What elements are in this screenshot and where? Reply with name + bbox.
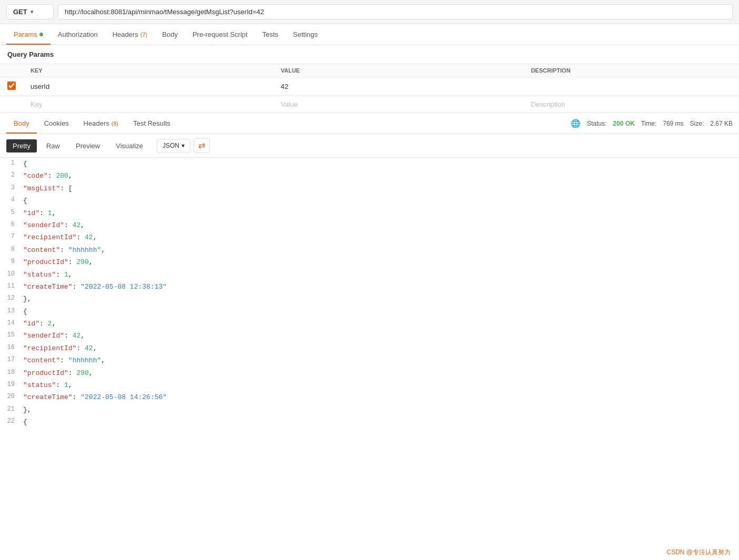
json-punctuation: , [68,271,73,279]
tab-params-label: Params [14,30,37,38]
tab-authorization[interactable]: Authorization [50,24,105,45]
json-punctuation: , [80,332,85,340]
tab-tests[interactable]: Tests [255,24,286,45]
response-tabs-left: Body Cookies Headers (8) Test Results [6,113,178,134]
query-params-section-label: Query Params [0,45,739,64]
line-number: 5 [4,207,23,219]
view-preview-btn[interactable]: Preview [69,139,106,152]
json-punctuation: , [101,246,105,254]
params-table: KEY VALUE DESCRIPTION userId 42 Key Valu… [0,64,739,113]
line-content: "content": "hhhhhh", [23,354,105,366]
json-line: 1{ [0,158,739,170]
param-key-userid[interactable]: userId [23,77,274,96]
json-key: "senderId" [23,332,64,340]
json-punctuation: , [52,320,56,328]
view-visualize-btn[interactable]: Visualize [109,139,149,152]
tab-params[interactable]: Params [6,24,50,45]
json-key: "recipientId" [23,344,76,352]
json-key: "id" [23,209,39,217]
tab-test-results[interactable]: Test Results [126,113,178,134]
json-punctuation: : [56,381,64,389]
json-line: 5 "id": 1, [0,207,739,219]
tab-response-body[interactable]: Body [6,113,37,134]
format-selector[interactable]: JSON ▾ [157,139,190,152]
tab-response-cookies[interactable]: Cookies [37,113,76,134]
status-label: Status: [587,120,606,127]
json-number-value: 42 [73,221,81,229]
param-value-userid[interactable]: 42 [274,77,524,96]
format-label: JSON [163,142,179,149]
line-content: "content": "hhhhhh", [23,244,105,256]
format-chevron: ▾ [181,142,185,149]
view-pretty-btn[interactable]: Pretty [6,139,37,152]
param-checkbox[interactable] [7,82,16,90]
line-content: "productId": 290, [23,367,93,379]
json-key: "content" [23,246,60,254]
tab-prerequest[interactable]: Pre-request Script [185,24,255,45]
json-number-value: 200 [56,172,68,180]
url-input[interactable] [58,4,733,19]
method-selector[interactable]: GET ▾ [6,4,54,19]
json-line: 15 "senderId": 42, [0,330,739,342]
wrap-btn[interactable]: ⇄ [194,138,210,153]
json-key: "createTime" [23,393,73,401]
method-chevron: ▾ [31,9,33,15]
json-key: "content" [23,357,60,364]
line-number: 15 [4,330,23,341]
json-punctuation: : [ [60,185,72,192]
desc-placeholder-text: Description [531,100,565,108]
param-value-placeholder[interactable]: Value [274,96,524,113]
line-content: "msgList": [ [23,182,73,195]
line-content: "status": 1, [23,269,73,281]
line-content: "id": 2, [23,318,56,330]
param-desc-userid[interactable] [523,77,739,96]
line-content: { [23,416,27,428]
json-punctuation: , [68,381,73,389]
json-punctuation: : [68,258,77,266]
param-desc-placeholder[interactable]: Description [523,96,739,113]
json-line: 2 "code": 200, [0,170,739,182]
json-line: 11 "createTime": "2022-05-08 12:38:13" [0,281,739,293]
json-string-value: "hhhhhh" [68,357,101,364]
json-punctuation: : [56,271,64,279]
headers-badge: (7) [140,32,147,38]
json-number-value: 42 [85,344,93,352]
line-number: 10 [4,269,23,280]
response-status-bar: 🌐 Status: 200 OK Time: 769 ms Size: 2.67… [571,119,733,128]
method-label: GET [13,8,27,16]
line-content: "senderId": 42, [23,219,85,231]
view-raw-btn[interactable]: Raw [40,139,66,152]
json-key: "createTime" [23,283,73,291]
json-number-value: 42 [85,233,93,241]
line-content: }, [23,293,32,305]
line-number: 4 [4,195,23,206]
tab-response-cookies-label: Cookies [44,119,69,127]
json-punctuation: , [93,344,97,352]
json-number-value: 1 [48,209,52,217]
json-punctuation: { [23,197,27,205]
tab-response-headers-label: Headers [84,119,109,127]
json-punctuation: : [64,332,73,340]
json-number-value: 42 [73,332,81,340]
tab-response-headers[interactable]: Headers (8) [76,113,126,134]
line-number: 7 [4,231,23,243]
line-content: "recipientId": 42, [23,342,97,354]
param-key-placeholder[interactable]: Key [23,96,274,113]
json-line: 16 "recipientId": 42, [0,342,739,354]
line-content: "productId": 290, [23,256,93,268]
json-key: "id" [23,320,39,328]
json-body: 1{2 "code": 200,3 "msgList": [4 {5 "id":… [0,158,739,429]
line-number: 14 [4,318,23,329]
json-line: 10 "status": 1, [0,269,739,281]
tab-test-results-label: Test Results [133,119,170,127]
line-content: { [23,306,27,318]
tab-settings[interactable]: Settings [286,24,325,45]
json-line: 20 "createTime": "2022-05-08 14:26:56" [0,391,739,403]
json-number-value: 1 [64,271,68,279]
json-key: "msgList" [23,185,60,192]
line-number: 21 [4,404,23,415]
param-checkbox-cell[interactable] [0,77,23,96]
status-value: 200 OK [613,120,634,127]
tab-headers[interactable]: Headers (7) [105,24,155,45]
tab-body[interactable]: Body [155,24,185,45]
